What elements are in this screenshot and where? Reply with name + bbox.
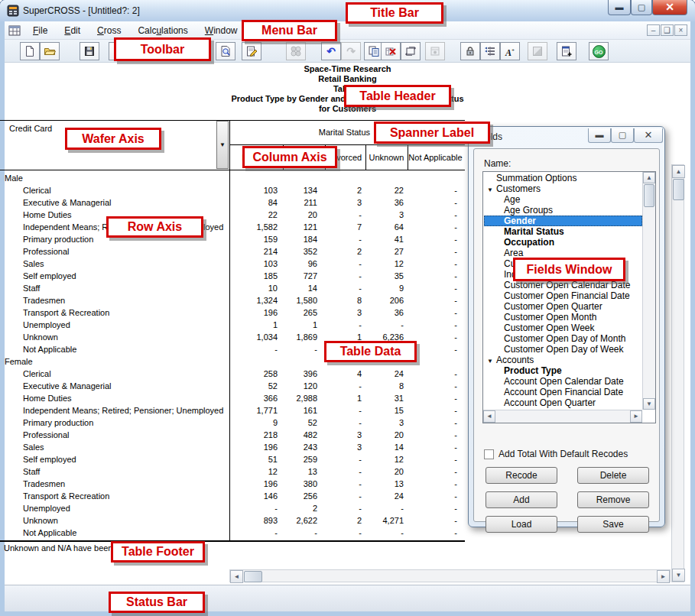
field-item-customers[interactable]: ▼Customers: [484, 183, 642, 194]
data-cell[interactable]: 12: [365, 453, 408, 465]
mdi-minimize-button[interactable]: –: [647, 24, 660, 36]
data-cell[interactable]: 893: [229, 514, 281, 527]
data-cell[interactable]: 8: [321, 294, 365, 306]
field-item-age-groups[interactable]: Age Groups: [484, 205, 642, 216]
data-cell[interactable]: 96: [281, 258, 321, 270]
data-cell[interactable]: 256: [281, 490, 321, 502]
data-cell[interactable]: -: [321, 319, 365, 331]
fields-horizontal-scrollbar[interactable]: ◄ ►: [483, 410, 642, 423]
data-cell[interactable]: 36: [365, 196, 408, 209]
data-cell[interactable]: 4,271: [365, 514, 408, 527]
data-cell[interactable]: 146: [229, 490, 281, 502]
data-cell[interactable]: -: [321, 270, 365, 282]
field-item-marital-status[interactable]: Marital Status: [484, 226, 642, 237]
data-cell[interactable]: 12: [365, 258, 408, 270]
data-cell[interactable]: 3: [365, 209, 408, 221]
data-cell[interactable]: -: [408, 392, 461, 404]
data-cell[interactable]: 196: [229, 441, 281, 453]
shading-button[interactable]: [528, 42, 547, 60]
data-cell[interactable]: 103: [229, 184, 281, 196]
data-cell[interactable]: 243: [281, 441, 321, 453]
mdi-close-button[interactable]: ×: [674, 24, 687, 36]
field-item-summation-options[interactable]: Summation Options: [484, 173, 642, 183]
data-cell[interactable]: 380: [281, 478, 321, 490]
fields-restore-button[interactable]: ▢: [611, 128, 634, 143]
data-cell[interactable]: -: [408, 258, 461, 270]
wafer-dropdown-button[interactable]: ▼: [216, 121, 229, 169]
redo-button[interactable]: ↷: [341, 42, 361, 60]
data-cell[interactable]: 51: [229, 453, 281, 465]
data-cell[interactable]: 161: [281, 404, 321, 417]
data-cell[interactable]: -: [365, 502, 408, 514]
data-cell[interactable]: -: [408, 514, 461, 527]
data-cell[interactable]: 7: [321, 221, 365, 233]
data-cell[interactable]: 366: [229, 392, 281, 404]
field-item-customer-open-week[interactable]: Customer Open Week: [484, 323, 642, 333]
minimize-button[interactable]: ▬: [608, 0, 631, 15]
data-cell[interactable]: 120: [281, 380, 321, 392]
data-cell[interactable]: 27: [365, 245, 408, 258]
data-cell[interactable]: 1,324: [229, 294, 281, 306]
field-item-area[interactable]: Area: [484, 248, 642, 258]
data-cell[interactable]: -: [408, 502, 461, 514]
data-cell[interactable]: 2: [321, 184, 365, 196]
data-cell[interactable]: -: [281, 527, 321, 539]
data-cell[interactable]: 20: [281, 209, 321, 221]
data-cell[interactable]: 3: [365, 417, 408, 429]
field-item-product-type[interactable]: Product Type: [484, 365, 642, 376]
data-cell[interactable]: 1: [321, 392, 365, 404]
data-cell[interactable]: 14: [281, 282, 321, 294]
scroll-down-button[interactable]: ▼: [672, 569, 685, 582]
data-cell[interactable]: 3: [321, 441, 365, 453]
data-cell[interactable]: 20: [365, 429, 408, 441]
edit-annotate-button[interactable]: [242, 42, 261, 60]
open-button[interactable]: [40, 42, 60, 60]
data-cell[interactable]: -: [408, 380, 461, 392]
data-cell[interactable]: -: [408, 306, 461, 319]
font-increase-button[interactable]: A+: [500, 42, 520, 60]
data-cell[interactable]: 3: [321, 306, 365, 319]
data-cell[interactable]: 20: [365, 465, 408, 478]
data-cell[interactable]: -: [321, 490, 365, 502]
data-cell[interactable]: -: [321, 417, 365, 429]
data-cell[interactable]: 265: [281, 306, 321, 319]
data-cell[interactable]: 31: [365, 392, 408, 404]
data-cell[interactable]: -: [365, 319, 408, 331]
column-header-unknown[interactable]: Unknown: [365, 145, 408, 170]
save-button[interactable]: [80, 42, 99, 60]
data-cell[interactable]: 134: [281, 184, 321, 196]
fields-vertical-scroll-thumb[interactable]: [644, 184, 654, 207]
data-cell[interactable]: -: [408, 478, 461, 490]
data-cell[interactable]: 24: [365, 490, 408, 502]
data-cell[interactable]: 4: [321, 368, 365, 380]
data-cell[interactable]: 2: [321, 245, 365, 258]
data-cell[interactable]: -: [408, 282, 461, 294]
save-button[interactable]: Save: [577, 516, 649, 533]
data-cell[interactable]: 9: [365, 282, 408, 294]
add-annotation-button[interactable]: [557, 42, 576, 60]
fields-scroll-up-button[interactable]: ▲: [643, 172, 655, 183]
mdi-restore-button[interactable]: ❑: [661, 24, 674, 36]
field-item-customer-open-financial-date[interactable]: Customer Open Financial Date: [484, 290, 642, 301]
data-cell[interactable]: 36: [365, 306, 408, 319]
data-cell[interactable]: -: [408, 465, 461, 478]
data-cell[interactable]: 1,771: [229, 404, 281, 417]
scroll-up-button[interactable]: ▲: [672, 165, 685, 178]
field-item-accounts[interactable]: ▼Accounts: [484, 355, 642, 365]
data-cell[interactable]: -: [408, 404, 461, 417]
data-cell[interactable]: 64: [365, 221, 408, 233]
fields-vertical-scrollbar[interactable]: ▲ ▼: [642, 172, 655, 410]
data-cell[interactable]: 103: [229, 258, 281, 270]
data-cell[interactable]: 206: [365, 294, 408, 306]
data-cell[interactable]: -: [365, 527, 408, 539]
column-header-not-applicable[interactable]: Not Applicable: [408, 145, 463, 170]
data-cell[interactable]: 218: [229, 429, 281, 441]
data-cell[interactable]: 12: [229, 465, 281, 478]
spanner-label[interactable]: Marital Status: [229, 128, 370, 137]
add-total-checkbox[interactable]: [484, 449, 494, 459]
fields-scroll-left-button[interactable]: ◄: [483, 410, 495, 423]
undo-button[interactable]: ↶: [321, 42, 341, 60]
fields-scroll-down-button[interactable]: ▼: [643, 398, 655, 410]
data-cell[interactable]: 211: [281, 196, 321, 209]
data-cell[interactable]: -: [408, 209, 461, 221]
